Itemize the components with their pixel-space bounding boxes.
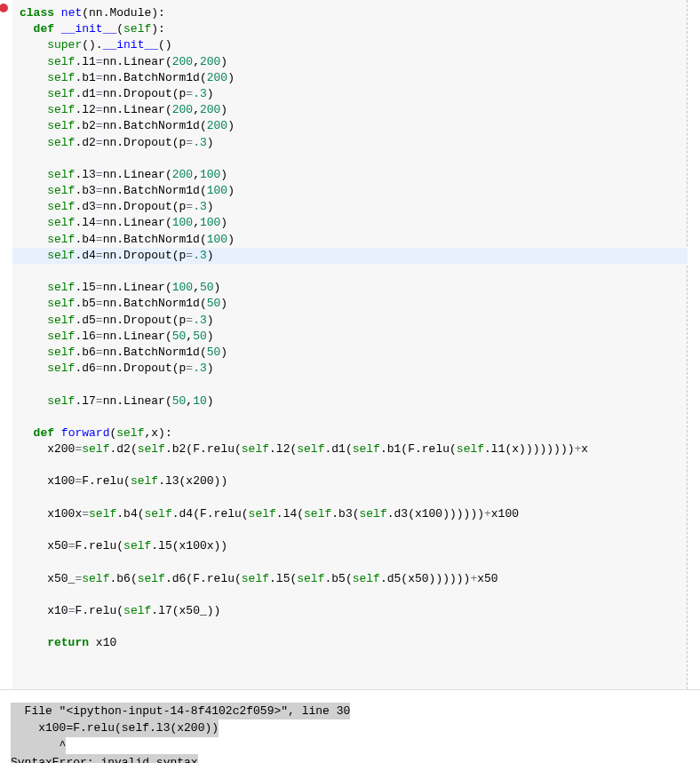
keyword-class: class — [20, 6, 54, 20]
code-editor[interactable]: class net(nn.Module): def __init__(self)… — [12, 0, 688, 689]
code-line — [20, 151, 687, 167]
code-line — [20, 457, 687, 473]
code-line: x100x=self.b4(self.d4(F.relu(self.l4(sel… — [20, 506, 687, 522]
code-line: def __init__(self): — [20, 21, 687, 37]
code-line: x50=F.relu(self.l5(x100x)) — [20, 538, 687, 554]
code-line: def forward(self,x): — [20, 425, 687, 441]
traceback-code: x100=F.relu(self.l3(x200)) — [11, 719, 219, 737]
code-line: self.b3=nn.BatchNorm1d(100) — [20, 183, 687, 199]
code-line: self.l4=nn.Linear(100,100) — [20, 215, 687, 231]
code-line: super().__init__() — [20, 37, 687, 53]
code-line — [20, 619, 687, 635]
error-indicator-icon[interactable] — [0, 2, 10, 14]
base-class: nn.Module — [89, 6, 151, 20]
code-line: x200=self.d2(self.b2(F.relu(self.l2(self… — [20, 441, 687, 457]
code-line: self.b2=nn.BatchNorm1d(200) — [20, 118, 687, 134]
code-line — [20, 652, 687, 668]
code-line — [20, 490, 687, 506]
code-line: self.d6=nn.Dropout(p=.3) — [20, 361, 687, 377]
code-line: x10=F.relu(self.l7(x50_)) — [20, 603, 687, 619]
code-line: return x10 — [20, 635, 687, 651]
code-line: class net(nn.Module): — [20, 5, 687, 21]
code-line — [20, 587, 687, 603]
code-line: self.l5=nn.Linear(100,50) — [20, 280, 687, 296]
code-line: x50_=self.b6(self.d6(F.relu(self.l5(self… — [20, 571, 687, 587]
code-line — [20, 668, 687, 684]
traceback-file: File "<ipython-input-14-8f4102c2f059>", … — [11, 703, 350, 720]
code-cell: class net(nn.Module): def __init__(self)… — [0, 0, 700, 690]
cell-gutter — [0, 0, 12, 689]
code-line: self.d2=nn.Dropout(p=.3) — [20, 135, 687, 151]
code-line — [20, 554, 687, 570]
code-line: self.b4=nn.BatchNorm1d(100) — [20, 232, 687, 248]
code-line: self.b1=nn.BatchNorm1d(200) — [20, 70, 687, 86]
traceback-caret: ^ — [11, 737, 66, 755]
code-line: self.l7=nn.Linear(50,10) — [20, 393, 687, 409]
code-line — [20, 522, 687, 538]
class-name: net — [61, 6, 82, 20]
code-line: x100=F.relu(self.l3(x200)) — [20, 473, 687, 489]
code-line: self.l3=nn.Linear(200,100) — [20, 167, 687, 183]
code-line — [20, 409, 687, 425]
code-line — [20, 377, 687, 393]
code-line: self.d3=nn.Dropout(p=.3) — [20, 199, 687, 215]
code-line: self.d1=nn.Dropout(p=.3) — [20, 86, 687, 102]
code-line: self.d5=nn.Dropout(p=.3) — [20, 313, 687, 329]
code-line: self.b6=nn.BatchNorm1d(50) — [20, 345, 687, 361]
code-line-current: self.d4=nn.Dropout(p=.3) — [12, 248, 688, 264]
code-line: self.l2=nn.Linear(200,200) — [20, 102, 687, 118]
error-output: File "<ipython-input-14-8f4102c2f059>", … — [0, 690, 700, 763]
code-line: self.b5=nn.BatchNorm1d(50) — [20, 296, 687, 312]
code-line: self.l6=nn.Linear(50,50) — [20, 329, 687, 345]
code-line: self.l1=nn.Linear(200,200) — [20, 54, 687, 70]
traceback-error: SyntaxError: invalid syntax — [11, 754, 198, 763]
code-line — [20, 264, 687, 280]
